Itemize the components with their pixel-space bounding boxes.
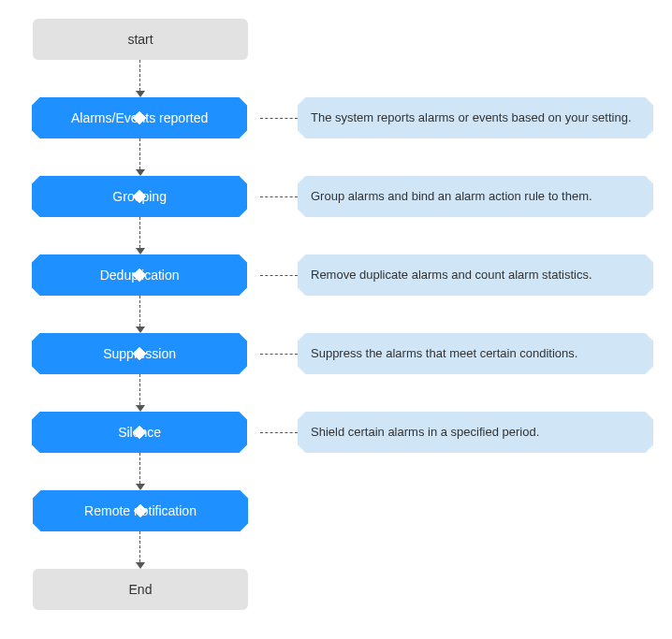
desc-text: Suppress the alarms that meet certain co… bbox=[311, 345, 577, 362]
end-label: End bbox=[129, 582, 153, 597]
step-label: Alarms/Events reported bbox=[71, 110, 208, 125]
alarm-flowchart: start Alarms/Events reported The system … bbox=[19, 19, 653, 610]
start-node: start bbox=[33, 19, 248, 60]
step-desc: Group alarms and bind an alarm action ru… bbox=[298, 176, 653, 217]
arrow-icon bbox=[136, 60, 145, 97]
connector-line bbox=[260, 432, 298, 433]
step-desc: The system reports alarms or events base… bbox=[298, 97, 653, 138]
arrow-icon bbox=[136, 138, 145, 176]
start-label: start bbox=[127, 32, 153, 47]
step-alarms-reported: Alarms/Events reported bbox=[32, 97, 247, 138]
step-label: Remote notification bbox=[84, 503, 197, 518]
arrow-icon bbox=[136, 217, 145, 254]
connector-line bbox=[260, 354, 298, 355]
arrow-icon bbox=[136, 296, 145, 333]
step-label: Grouping bbox=[112, 189, 167, 204]
step-remote-notification: Remote notification bbox=[33, 490, 248, 531]
arrow-icon bbox=[136, 453, 145, 490]
end-node: End bbox=[33, 569, 248, 610]
step-suppression: Suppression bbox=[32, 333, 247, 374]
desc-text: Shield certain alarms in a specified per… bbox=[311, 424, 539, 441]
arrow-icon bbox=[136, 374, 145, 412]
arrow-icon bbox=[136, 531, 145, 569]
step-label: Silence bbox=[118, 425, 161, 440]
step-desc: Remove duplicate alarms and count alarm … bbox=[298, 254, 653, 296]
connector-line bbox=[260, 275, 298, 276]
desc-text: Group alarms and bind an alarm action ru… bbox=[311, 188, 592, 205]
desc-text: The system reports alarms or events base… bbox=[311, 109, 632, 126]
step-label: Deduplication bbox=[100, 268, 180, 283]
step-silence: Silence bbox=[32, 412, 247, 453]
step-grouping: Grouping bbox=[32, 176, 247, 217]
step-deduplication: Deduplication bbox=[32, 254, 247, 296]
step-desc: Suppress the alarms that meet certain co… bbox=[298, 333, 653, 374]
connector-line bbox=[260, 196, 298, 197]
connector-line bbox=[260, 118, 298, 119]
step-label: Suppression bbox=[103, 346, 176, 361]
step-desc: Shield certain alarms in a specified per… bbox=[298, 412, 653, 453]
desc-text: Remove duplicate alarms and count alarm … bbox=[311, 267, 592, 283]
